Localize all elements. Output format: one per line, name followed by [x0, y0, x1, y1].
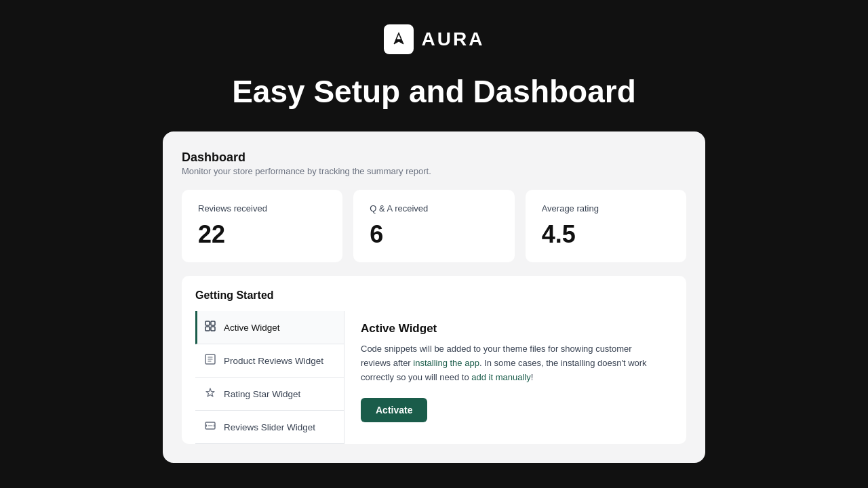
logo-text: AURA: [422, 28, 485, 50]
header: AURA: [384, 24, 485, 54]
sidebar-item-reviews-slider-label: Reviews Slider Widget: [224, 422, 315, 432]
content-description: Code snippets will be added to your them…: [361, 342, 656, 384]
getting-started-layout: Active Widget Product Reviews Widget: [195, 311, 673, 444]
sidebar-item-reviews-slider[interactable]: Reviews Slider Widget: [195, 411, 344, 444]
stat-label-rating: Average rating: [542, 203, 670, 214]
stat-value-qa: 6: [370, 220, 498, 249]
active-widget-icon: [203, 321, 217, 334]
desc-link1: installing the app: [413, 358, 479, 368]
stats-row: Reviews received 22 Q & A received 6 Ave…: [182, 190, 686, 262]
sidebar-item-active-widget[interactable]: Active Widget: [195, 311, 344, 344]
desc-link2: add it manually: [471, 372, 530, 382]
getting-started-title: Getting Started: [195, 289, 673, 302]
sidebar-item-rating-star[interactable]: Rating Star Widget: [195, 378, 344, 411]
dashboard-subtitle: Monitor your store performance by tracki…: [182, 166, 686, 176]
stat-label-qa: Q & A received: [370, 203, 498, 214]
sidebar-item-product-reviews[interactable]: Product Reviews Widget: [195, 344, 344, 378]
getting-started-section: Getting Started Active Widget: [182, 276, 686, 444]
rating-star-icon: [203, 387, 217, 401]
svg-rect-2: [205, 327, 210, 331]
stat-label-reviews: Reviews received: [198, 203, 326, 214]
dashboard-title: Dashboard: [182, 150, 686, 165]
content-title: Active Widget: [361, 322, 656, 336]
svg-rect-3: [211, 327, 215, 331]
page-title: Easy Setup and Dashboard: [232, 73, 636, 110]
svg-rect-1: [211, 321, 215, 325]
reviews-slider-icon: [203, 420, 217, 434]
sidebar-item-active-widget-label: Active Widget: [224, 323, 280, 333]
logo-box: [384, 24, 414, 54]
activate-button[interactable]: Activate: [361, 398, 427, 422]
stat-card-qa: Q & A received 6: [353, 190, 514, 262]
getting-started-sidebar: Active Widget Product Reviews Widget: [195, 311, 344, 444]
stat-card-reviews: Reviews received 22: [182, 190, 342, 262]
stat-value-rating: 4.5: [542, 220, 670, 249]
dashboard-card: Dashboard Monitor your store performance…: [163, 131, 705, 463]
stat-value-reviews: 22: [198, 220, 326, 249]
sidebar-item-product-reviews-label: Product Reviews Widget: [224, 356, 323, 366]
getting-started-content: Active Widget Code snippets will be adde…: [344, 311, 673, 444]
stat-card-rating: Average rating 4.5: [526, 190, 686, 262]
svg-rect-0: [205, 321, 210, 325]
sidebar-item-rating-star-label: Rating Star Widget: [224, 389, 300, 399]
product-reviews-icon: [203, 354, 217, 367]
desc-end: !: [531, 372, 534, 382]
dashboard-header: Dashboard Monitor your store performance…: [182, 150, 686, 176]
